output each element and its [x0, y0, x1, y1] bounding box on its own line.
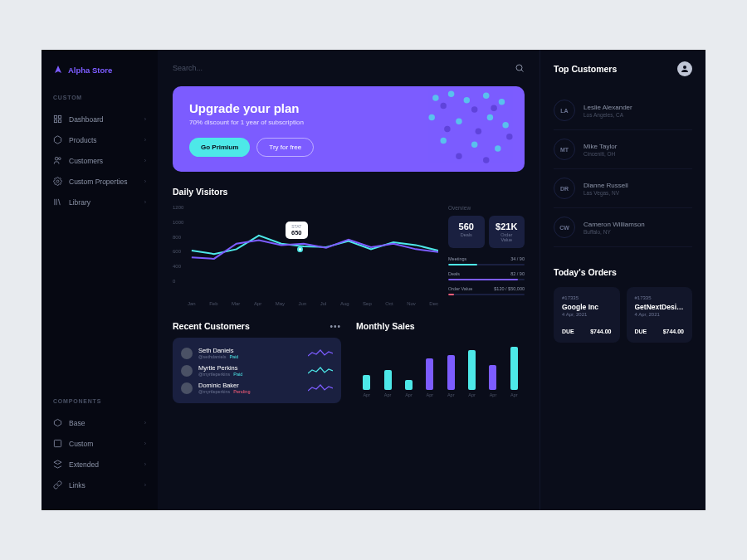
customer-handle: @myrtleperkins	[198, 372, 230, 377]
svg-point-15	[448, 91, 454, 97]
recent-title: Recent Customers	[173, 321, 250, 331]
bar-group: Apr	[507, 347, 521, 397]
go-premium-button[interactable]: Go Primium	[189, 138, 250, 157]
top-customer-row[interactable]: LALeslie AlexanderLos Angeles, CA	[554, 91, 692, 130]
bar-label: Apr	[405, 392, 413, 397]
avatar	[181, 365, 193, 377]
progress-name: Deals	[448, 271, 460, 276]
svg-point-6	[56, 180, 59, 183]
bar	[405, 380, 413, 390]
order-amount: $744.00	[590, 329, 611, 334]
x-tick: Jul	[320, 301, 327, 306]
customer-initials-badge: MT	[554, 139, 575, 160]
bar-group: Apr	[486, 365, 500, 397]
app-window: Alpha Store CUSTOM Dashboard›Products›Cu…	[42, 50, 706, 510]
svg-point-21	[487, 114, 493, 120]
sidebar-item-products[interactable]: Products›	[42, 129, 158, 150]
bar-label: Apr	[468, 392, 476, 397]
top-customer-name: Cameron Williamson	[583, 221, 645, 228]
sidebar-item-extended[interactable]: Extended›	[42, 454, 158, 475]
status-badge: Paid	[229, 354, 238, 359]
customer-handle: @sethdaniels	[198, 354, 226, 359]
svg-point-23	[440, 138, 446, 144]
customer-initials-badge: LA	[554, 100, 575, 121]
order-card[interactable]: #17335GetNextDesign4 Apr, 2021DUE$744.00	[627, 287, 693, 343]
order-card[interactable]: #17335Google Inc4 Apr, 2021DUE$744.00	[554, 287, 620, 343]
sidebar-item-custom[interactable]: Custom›	[42, 433, 158, 454]
more-icon[interactable]: •••	[330, 322, 341, 331]
svg-point-28	[491, 105, 496, 110]
stat-label: Deals	[455, 232, 478, 237]
sidebar-section-components: COMPONENTS	[42, 398, 158, 404]
brand-name: Alpha Store	[68, 66, 112, 75]
customer-initials-badge: CW	[554, 217, 575, 238]
y-tick: 0	[173, 279, 183, 284]
visitors-section: 120010008006004000 STAT 650 JanFebMarApr…	[173, 205, 525, 306]
chevron-right-icon: ›	[144, 199, 146, 205]
bar-group: Apr	[402, 380, 416, 397]
customer-row[interactable]: Dominic Baker@myrtleperkinsPending	[181, 379, 333, 397]
bar-chart: AprAprAprAprAprAprAprApr	[356, 339, 525, 397]
sidebar-item-label: Customers	[69, 157, 103, 165]
customer-initials-badge: DR	[554, 178, 575, 199]
bar-label: Apr	[490, 392, 497, 397]
bar-group: Apr	[422, 358, 437, 397]
progress-row: Meetings34 / 90	[448, 256, 525, 265]
top-customer-row[interactable]: CWCameron WilliamsonBuffalo, NY	[554, 208, 692, 247]
sidebar-item-label: Extended	[69, 460, 99, 469]
progress-value: 82 / 90	[510, 271, 525, 276]
status-badge: Paid	[233, 372, 242, 377]
customer-row[interactable]: Seth Daniels@sethdanielsPaid	[181, 344, 333, 362]
y-tick: 1200	[173, 205, 183, 210]
sparkline	[308, 382, 333, 394]
svg-point-16	[464, 97, 470, 103]
svg-rect-3	[58, 119, 61, 122]
search-input[interactable]	[173, 64, 515, 72]
top-customer-name: Dianne Russell	[583, 182, 628, 189]
library-icon	[53, 197, 62, 207]
order-date: 4 Apr, 2021	[562, 312, 612, 317]
svg-point-34	[683, 66, 686, 69]
top-customer-row[interactable]: DRDianne RussellLas Vegas, NV	[554, 169, 692, 208]
visitors-title: Daily Visitors	[173, 187, 525, 197]
customer-row[interactable]: Myrtle Perkins@myrtleperkinsPaid	[181, 362, 333, 379]
user-avatar[interactable]	[677, 61, 692, 76]
svg-point-17	[483, 92, 489, 98]
progress-value: 34 / 90	[510, 256, 525, 261]
sidebar-item-custom-properties[interactable]: Custom Properties›	[42, 171, 158, 192]
svg-point-12	[516, 65, 522, 71]
top-customer-row[interactable]: MTMike TaylorCinceniti, OH	[554, 130, 692, 169]
chevron-right-icon: ›	[144, 116, 146, 122]
sidebar-item-dashboard[interactable]: Dashboard›	[42, 109, 158, 129]
sidebar-section-custom: CUSTOM	[42, 95, 158, 100]
custom-properties-icon	[53, 177, 62, 186]
try-free-button[interactable]: Try for free	[256, 138, 314, 157]
visitors-chart: 120010008006004000 STAT 650 JanFebMarApr…	[173, 205, 438, 306]
sidebar-item-links[interactable]: Links›	[42, 475, 158, 495]
tooltip-value: 650	[291, 229, 302, 236]
bar	[447, 355, 455, 390]
sidebar-item-customers[interactable]: Customers›	[42, 150, 158, 171]
logo[interactable]: Alpha Store	[42, 65, 158, 75]
svg-point-20	[456, 118, 461, 124]
search-icon[interactable]	[515, 63, 525, 73]
top-customers-title: Top Customers	[554, 64, 617, 74]
progress-bar	[448, 279, 525, 280]
sidebar-item-base[interactable]: Base›	[42, 412, 158, 433]
right-panel: Top Customers LALeslie AlexanderLos Ange…	[540, 50, 706, 510]
order-amount: $744.00	[663, 329, 684, 334]
sidebar-item-label: Base	[69, 419, 85, 427]
progress-name: Meetings	[448, 256, 466, 261]
status-badge: Pending	[233, 389, 250, 394]
y-tick: 600	[173, 249, 183, 254]
svg-point-26	[440, 103, 446, 109]
sidebar-item-library[interactable]: Library›	[42, 192, 158, 212]
bar-group: Apr	[465, 350, 479, 397]
progress-row: Deals82 / 90	[448, 271, 525, 280]
stat-card: 560Deals	[448, 216, 485, 248]
x-tick: Jun	[299, 301, 307, 306]
customer-name: Seth Daniels	[198, 347, 302, 354]
customers-icon	[53, 156, 62, 165]
svg-point-18	[499, 99, 505, 105]
x-tick: May	[276, 301, 285, 306]
